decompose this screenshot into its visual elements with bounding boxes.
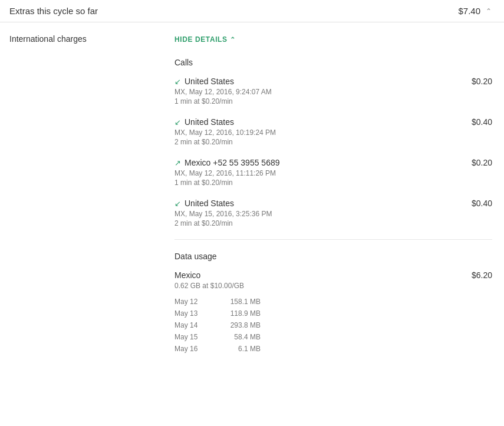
list-item: May 13 118.9 MB [174,308,261,319]
main-content: International charges HIDE DETAILS ⌃ Cal… [0,22,504,359]
call-amount: $0.40 [460,117,492,127]
page-title: Extras this cycle so far [9,6,98,16]
call-amount: $0.20 [460,77,492,86]
collapse-icon[interactable]: ⌃ [485,8,492,15]
header-right: $7.40 ⌃ [458,6,492,16]
data-item-details: Mexico 0.62 GB at $10.00/GB May 12 158.1… [174,270,261,355]
total-amount: $7.40 [458,6,480,16]
call-meta: MX, May 12, 2016, 11:11:26 PM [174,169,460,177]
call-item: ↙ United States MX, May 15, 2016, 3:25:3… [174,199,492,227]
breakdown-date: May 15 [174,333,204,341]
calls-section-title: Calls [174,58,492,67]
data-item: Mexico 0.62 GB at $10.00/GB May 12 158.1… [174,270,492,355]
call-destination: ↙ United States [174,199,460,208]
incoming-call-icon: ↙ [174,78,181,85]
call-destination: ↙ United States [174,117,460,127]
data-location: Mexico [174,270,261,280]
breakdown-size: 58.4 MB [213,333,261,341]
call-item-details: ↙ United States MX, May 12, 2016, 10:19:… [174,117,460,146]
data-amount: $6.20 [460,270,492,280]
section-details-col: HIDE DETAILS ⌃ Calls ↙ United States MX,… [174,22,492,359]
call-amount: $0.20 [460,158,492,167]
call-item: ↙ United States MX, May 12, 2016, 10:19:… [174,117,492,146]
call-item-details: ↙ United States MX, May 15, 2016, 3:25:3… [174,199,460,227]
hide-details-button[interactable]: HIDE DETAILS ⌃ [174,35,235,44]
outgoing-call-icon: ↗ [174,159,181,167]
call-item-details: ↙ United States MX, May 12, 2016, 9:24:0… [174,77,460,105]
breakdown-size: 293.8 MB [213,321,261,329]
incoming-call-icon: ↙ [174,118,181,126]
incoming-call-icon: ↙ [174,200,181,207]
call-meta: MX, May 12, 2016, 9:24:07 AM [174,88,460,96]
call-amount: $0.40 [460,199,492,208]
call-meta: MX, May 12, 2016, 10:19:24 PM [174,128,460,137]
call-meta: MX, May 15, 2016, 3:25:36 PM [174,210,460,218]
breakdown-size: 158.1 MB [213,298,261,306]
call-destination-name: United States [185,199,234,208]
call-rate: 1 min at $0.20/min [174,179,460,187]
call-rate: 2 min at $0.20/min [174,219,460,227]
call-destination-name: Mexico +52 55 3955 5689 [185,158,280,167]
call-destination-name: United States [185,77,234,86]
section-divider [174,239,492,240]
breakdown-date: May 14 [174,321,204,329]
list-item: May 15 58.4 MB [174,331,261,343]
call-destination-name: United States [185,117,234,127]
call-destination: ↙ United States [174,77,460,86]
hide-details-label: HIDE DETAILS [174,35,228,44]
data-rate: 0.62 GB at $10.00/GB [174,282,261,290]
breakdown-date: May 16 [174,345,204,353]
breakdown-date: May 12 [174,298,204,306]
call-rate: 1 min at $0.20/min [174,97,460,105]
call-item: ↗ Mexico +52 55 3955 5689 MX, May 12, 20… [174,158,492,187]
call-item-details: ↗ Mexico +52 55 3955 5689 MX, May 12, 20… [174,158,460,187]
breakdown-date: May 13 [174,309,204,318]
call-item: ↙ United States MX, May 12, 2016, 9:24:0… [174,77,492,105]
call-destination: ↗ Mexico +52 55 3955 5689 [174,158,460,167]
chevron-up-icon: ⌃ [230,36,236,44]
data-usage-section: Data usage Mexico 0.62 GB at $10.00/GB M… [174,252,492,355]
international-charges-label: International charges [9,34,87,44]
list-item: May 14 293.8 MB [174,319,261,331]
breakdown-size: 118.9 MB [213,309,261,318]
data-usage-title: Data usage [174,252,492,261]
list-item: May 16 6.1 MB [174,343,261,355]
section-label-col: International charges [9,22,174,359]
call-rate: 2 min at $0.20/min [174,138,460,146]
breakdown-size: 6.1 MB [213,345,261,353]
header-row: Extras this cycle so far $7.40 ⌃ [0,0,504,22]
list-item: May 12 158.1 MB [174,296,261,308]
data-breakdown: May 12 158.1 MB May 13 118.9 MB May 14 2… [174,296,261,355]
